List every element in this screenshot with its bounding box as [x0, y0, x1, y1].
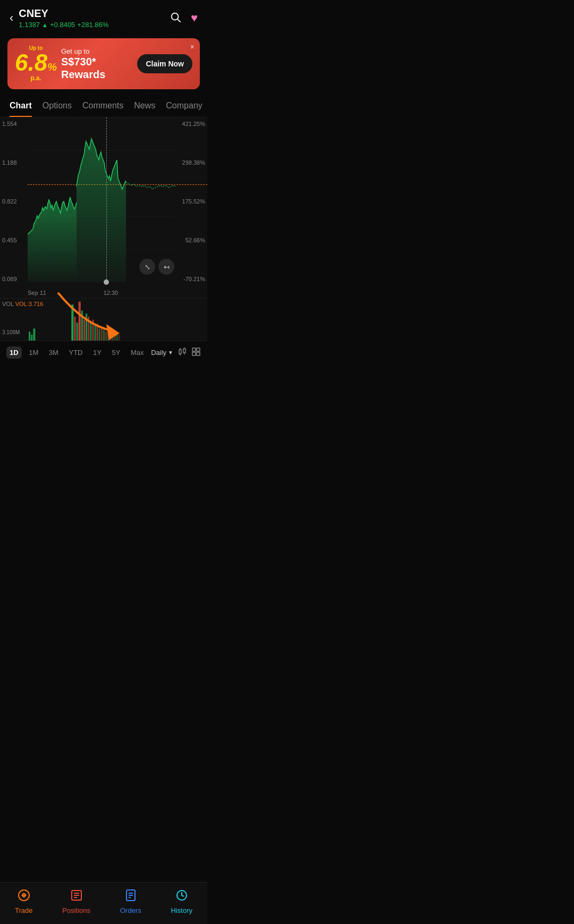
- chart-svg: [28, 117, 175, 282]
- collapse-icon[interactable]: ↤: [158, 259, 174, 275]
- tab-options[interactable]: Options: [43, 96, 72, 117]
- chart-svg-container[interactable]: [28, 117, 175, 282]
- svg-rect-43: [192, 352, 196, 355]
- candle-chart-icon[interactable]: [178, 347, 187, 359]
- nav-orders[interactable]: Orders: [120, 889, 141, 914]
- chart-y-label: 1.554: [0, 121, 28, 127]
- svg-rect-28: [107, 330, 109, 341]
- nav-positions[interactable]: Positions: [62, 889, 90, 914]
- svg-rect-11: [33, 328, 35, 341]
- positions-icon: [70, 889, 83, 904]
- volume-svg: [28, 299, 180, 341]
- price-chart: 1.554 1.188 0.822 0.455 0.089 421.25% 29…: [0, 117, 207, 298]
- time-range-right: Daily ▼: [151, 347, 201, 359]
- banner-pa: p.a.: [15, 74, 57, 82]
- ticker-symbol: CNEY: [19, 7, 108, 20]
- price-change-pct: +281.86%: [77, 21, 108, 29]
- chart-x-labels: Sep 11 12:30: [28, 290, 175, 296]
- trade-icon: [18, 889, 30, 904]
- time-1y-button[interactable]: 1Y: [90, 346, 105, 359]
- chart-y-labels-right: 421.25% 298.38% 175.52% 52.66% -70.21%: [175, 117, 207, 282]
- chart-y-label: 0.455: [0, 237, 28, 243]
- svg-rect-23: [97, 324, 98, 341]
- history-label: History: [171, 906, 192, 914]
- tab-news[interactable]: News: [134, 96, 155, 117]
- time-max-button[interactable]: Max: [128, 346, 147, 359]
- svg-rect-32: [116, 333, 118, 341]
- chart-y-labels-left: 1.554 1.188 0.822 0.455 0.089: [0, 117, 28, 282]
- svg-rect-19: [88, 317, 89, 341]
- svg-rect-33: [119, 335, 120, 341]
- svg-rect-35: [179, 350, 181, 354]
- svg-rect-29: [109, 333, 111, 341]
- tab-chart[interactable]: Chart: [10, 96, 32, 117]
- chart-tools: ⤡ ↤: [139, 259, 174, 275]
- time-range-bar: 1D 1M 3M YTD 1Y 5Y Max Daily ▼: [0, 341, 207, 364]
- svg-rect-18: [86, 313, 87, 341]
- grid-icon[interactable]: [191, 347, 201, 359]
- banner-text: Get up to S$730* Rewards: [57, 47, 137, 81]
- claim-now-button[interactable]: Claim Now: [137, 54, 192, 73]
- chart-y-label: 1.188: [0, 159, 28, 166]
- tab-company[interactable]: Company: [166, 96, 202, 117]
- time-1d-button[interactable]: 1D: [6, 346, 22, 359]
- history-icon: [175, 889, 188, 904]
- svg-rect-25: [101, 327, 103, 341]
- time-3m-button[interactable]: 3M: [46, 346, 62, 359]
- svg-rect-24: [99, 328, 100, 341]
- svg-rect-20: [90, 323, 91, 341]
- time-1m-button[interactable]: 1M: [26, 346, 41, 359]
- svg-rect-27: [105, 332, 107, 341]
- chart-pct-label: -70.21%: [175, 276, 207, 282]
- banner-close-button[interactable]: ×: [190, 43, 195, 51]
- favorite-icon[interactable]: ♥: [191, 11, 198, 25]
- volume-max-label: 3.109M: [2, 329, 20, 335]
- svg-rect-12: [71, 304, 73, 341]
- svg-rect-17: [83, 320, 85, 341]
- svg-rect-31: [114, 333, 116, 341]
- orders-icon: [124, 889, 137, 904]
- trade-label: Trade: [15, 906, 32, 914]
- svg-rect-13: [74, 317, 75, 341]
- period-selector-button[interactable]: Daily ▼: [151, 349, 173, 357]
- nav-history[interactable]: History: [171, 889, 192, 914]
- chart-pct-label: 298.38%: [175, 159, 207, 166]
- svg-rect-10: [31, 335, 32, 341]
- header: ‹ CNEY 1.1387 ▲ +0.8405 +281.86% ♥: [0, 0, 207, 34]
- promo-banner: × Up to 6.8% p.a. Get up to S$730* Rewar…: [7, 38, 200, 89]
- time-ytd-button[interactable]: YTD: [65, 346, 86, 359]
- chart-pct-label: 421.25%: [175, 121, 207, 127]
- volume-label: VOL VOL:3.716: [2, 301, 43, 307]
- back-button[interactable]: ‹: [10, 11, 13, 25]
- svg-rect-14: [77, 323, 78, 341]
- svg-rect-26: [103, 330, 105, 341]
- price-value: 1.1387: [19, 21, 40, 29]
- period-dropdown-icon: ▼: [168, 350, 173, 355]
- nav-trade[interactable]: Trade: [15, 889, 32, 914]
- chart-pct-label: 175.52%: [175, 198, 207, 205]
- banner-rate: 6.8%: [15, 51, 57, 74]
- fullscreen-icon[interactable]: ⤡: [139, 259, 155, 275]
- svg-rect-15: [79, 302, 81, 341]
- svg-rect-16: [81, 311, 83, 341]
- time-5y-button[interactable]: 5Y: [109, 346, 124, 359]
- chart-x-label-start: Sep 11: [28, 290, 46, 296]
- header-left: ‹ CNEY 1.1387 ▲ +0.8405 +281.86%: [10, 7, 108, 29]
- bottom-navigation: Trade Positions Orders: [0, 882, 207, 924]
- price-arrow: ▲: [42, 22, 48, 28]
- ticker-price: 1.1387 ▲ +0.8405 +281.86%: [19, 21, 108, 29]
- banner-reward-text: S$730* Rewards: [61, 55, 133, 81]
- svg-rect-38: [183, 349, 185, 353]
- banner-rate-section: Up to 6.8% p.a.: [15, 46, 57, 82]
- search-icon[interactable]: [170, 11, 181, 26]
- chart-y-label: 0.822: [0, 198, 28, 205]
- bottom-spacer: [0, 364, 207, 406]
- chart-pct-label: 52.66%: [175, 237, 207, 243]
- ticker-info: CNEY 1.1387 ▲ +0.8405 +281.86%: [19, 7, 108, 29]
- header-right: ♥: [170, 11, 198, 26]
- svg-rect-30: [112, 332, 113, 341]
- tab-comments[interactable]: Comments: [82, 96, 123, 117]
- svg-rect-21: [92, 320, 94, 341]
- svg-line-1: [178, 19, 180, 22]
- svg-rect-22: [95, 326, 96, 341]
